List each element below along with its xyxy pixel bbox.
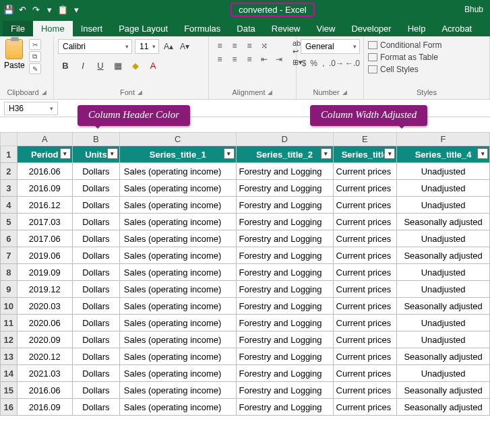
cell-period[interactable]: 2020.12: [17, 348, 72, 365]
cell-series4[interactable]: Unadjusted: [397, 331, 490, 348]
align-left-icon[interactable]: ≡: [213, 53, 226, 66]
header-series3[interactable]: Series_title▾: [333, 146, 397, 163]
cell-period[interactable]: 2016.09: [17, 399, 72, 416]
cell-series2[interactable]: Forestry and Logging: [236, 298, 333, 315]
cell-series1[interactable]: Sales (operating income): [119, 331, 236, 348]
cell-series2[interactable]: Forestry and Logging: [236, 315, 333, 331]
cell-series4[interactable]: Seasonally adjusted: [397, 348, 490, 365]
cell-units[interactable]: Dollars: [72, 163, 119, 180]
col-header-c[interactable]: C: [119, 133, 236, 146]
cell-series4[interactable]: Unadjusted: [397, 197, 490, 214]
cell-series1[interactable]: Sales (operating income): [119, 281, 236, 298]
cell-series1[interactable]: Sales (operating income): [119, 399, 236, 416]
number-dialog-launcher-icon[interactable]: ◢: [342, 89, 347, 96]
save-icon[interactable]: 💾: [4, 5, 13, 14]
decrease-decimal-icon[interactable]: ←.0: [346, 57, 359, 70]
font-name-combo[interactable]: Calibri: [58, 39, 132, 54]
cell-series2[interactable]: Forestry and Logging: [236, 281, 333, 298]
cell-units[interactable]: Dollars: [72, 230, 119, 247]
cell-series1[interactable]: Sales (operating income): [119, 382, 236, 399]
cell-series3[interactable]: Current prices: [333, 315, 397, 331]
cell-series4[interactable]: Unadjusted: [397, 264, 490, 281]
percent-icon[interactable]: %: [310, 57, 317, 70]
cell-series1[interactable]: Sales (operating income): [119, 180, 236, 197]
cell-period[interactable]: 2017.06: [17, 230, 72, 247]
fill-color-button[interactable]: ◆: [128, 58, 143, 73]
alignment-dialog-launcher-icon[interactable]: ◢: [268, 89, 272, 96]
cell-units[interactable]: Dollars: [72, 214, 119, 230]
header-period[interactable]: Period▾: [17, 146, 72, 163]
row-header[interactable]: 2: [1, 163, 18, 180]
cell-series4[interactable]: Seasonally adjusted: [397, 382, 490, 399]
cell-series2[interactable]: Forestry and Logging: [236, 348, 333, 365]
tab-view[interactable]: View: [308, 21, 343, 36]
cell-series1[interactable]: Sales (operating income): [119, 298, 236, 315]
col-header-a[interactable]: A: [17, 133, 72, 146]
number-format-combo[interactable]: General: [301, 39, 360, 54]
cell-units[interactable]: Dollars: [72, 247, 119, 264]
row-header[interactable]: 10: [1, 298, 18, 315]
tab-page-layout[interactable]: Page Layout: [111, 21, 176, 36]
cell-units[interactable]: Dollars: [72, 298, 119, 315]
align-right-icon[interactable]: ≡: [243, 53, 256, 66]
cell-series1[interactable]: Sales (operating income): [119, 214, 236, 230]
clipboard-dialog-launcher-icon[interactable]: ◢: [42, 89, 47, 96]
qat-customize-icon[interactable]: ▾: [71, 5, 81, 14]
filter-dropdown-icon[interactable]: ▾: [321, 148, 332, 159]
cell-units[interactable]: Dollars: [72, 281, 119, 298]
tab-file[interactable]: File: [3, 21, 33, 36]
cell-series1[interactable]: Sales (operating income): [119, 315, 236, 331]
cell-period[interactable]: 2019.12: [17, 281, 72, 298]
cell-period[interactable]: 2019.09: [17, 264, 72, 281]
increase-decimal-icon[interactable]: .0→: [330, 57, 343, 70]
indent-decrease-icon[interactable]: ⇤: [257, 53, 271, 66]
row-header[interactable]: 16: [1, 399, 18, 416]
col-header-d[interactable]: D: [236, 133, 333, 146]
cell-series4[interactable]: Seasonally adjusted: [397, 399, 490, 416]
select-all-corner[interactable]: [1, 133, 18, 146]
cell-series2[interactable]: Forestry and Logging: [236, 214, 333, 230]
cell-styles-button[interactable]: Cell Styles: [368, 63, 485, 75]
cell-units[interactable]: Dollars: [72, 382, 119, 399]
cell-series4[interactable]: Seasonally adjusted: [397, 214, 490, 230]
cell-period[interactable]: 2016.06: [17, 163, 72, 180]
currency-icon[interactable]: $: [301, 57, 307, 70]
cell-units[interactable]: Dollars: [72, 264, 119, 281]
bold-button[interactable]: B: [58, 58, 73, 73]
cell-series1[interactable]: Sales (operating income): [119, 247, 236, 264]
row-header[interactable]: 3: [1, 180, 18, 197]
tab-acrobat[interactable]: Acrobat: [433, 21, 480, 36]
align-center-icon[interactable]: ≡: [228, 53, 241, 66]
worksheet-grid[interactable]: A B C D E F 1 Period▾ Units▾ Series_titl…: [0, 132, 490, 416]
tab-developer[interactable]: Developer: [343, 21, 399, 36]
cell-series4[interactable]: Seasonally adjusted: [397, 298, 490, 315]
tab-data[interactable]: Data: [228, 21, 263, 36]
qat-more-icon[interactable]: ▾: [44, 5, 54, 14]
row-header[interactable]: 13: [1, 348, 18, 365]
cell-series3[interactable]: Current prices: [333, 264, 397, 281]
format-painter-button[interactable]: ✎: [29, 63, 41, 74]
col-header-b[interactable]: B: [72, 133, 119, 146]
cell-series3[interactable]: Current prices: [333, 230, 397, 247]
italic-button[interactable]: I: [75, 58, 90, 73]
cell-series3[interactable]: Current prices: [333, 163, 397, 180]
cell-series2[interactable]: Forestry and Logging: [236, 331, 333, 348]
cell-series2[interactable]: Forestry and Logging: [236, 382, 333, 399]
row-header[interactable]: 14: [1, 365, 18, 382]
indent-increase-icon[interactable]: ⇥: [272, 53, 286, 66]
cell-series4[interactable]: Unadjusted: [397, 163, 490, 180]
cell-period[interactable]: 2020.06: [17, 315, 72, 331]
cell-series2[interactable]: Forestry and Logging: [236, 365, 333, 382]
name-box[interactable]: H36▾: [4, 102, 58, 115]
cell-period[interactable]: 2016.06: [17, 382, 72, 399]
header-series1[interactable]: Series_title_1▾: [119, 146, 236, 163]
cell-series3[interactable]: Current prices: [333, 214, 397, 230]
redo-icon[interactable]: ↷: [31, 5, 40, 14]
cell-series4[interactable]: Seasonally adjusted: [397, 247, 490, 264]
header-units[interactable]: Units▾: [72, 146, 119, 163]
header-series4[interactable]: Series_title_4▾: [397, 146, 490, 163]
row-header-1[interactable]: 1: [1, 146, 18, 163]
filter-dropdown-icon[interactable]: ▾: [107, 148, 118, 159]
tab-formulas[interactable]: Formulas: [176, 21, 228, 36]
cell-series1[interactable]: Sales (operating income): [119, 163, 236, 180]
